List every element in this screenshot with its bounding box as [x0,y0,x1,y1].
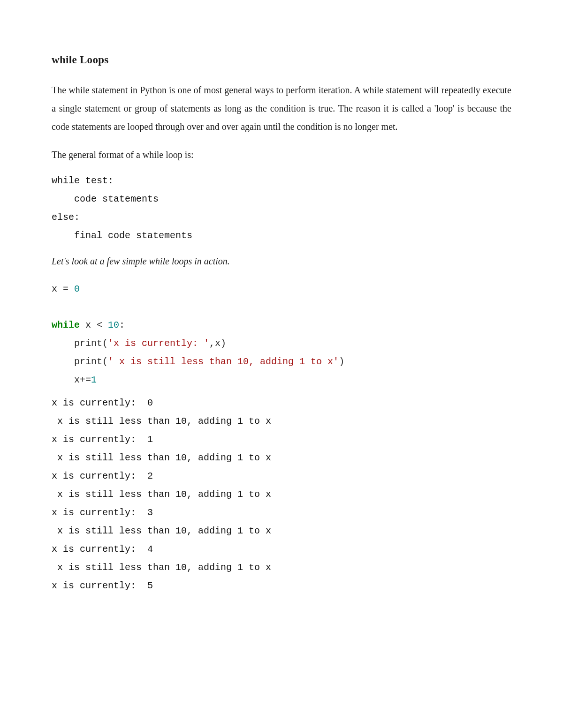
format-code-block: while test: code statements else: final … [52,172,511,245]
number-literal: 0 [74,284,80,294]
operator-plus-equals: += [80,375,91,385]
code-text [102,320,108,330]
operator-lt: < [97,320,102,330]
code-while-loop: while x < 10: print('x is currently: ',x… [52,316,511,389]
colon: : [119,320,125,330]
code-text: x [52,284,63,294]
format-intro: The general format of a while loop is: [52,147,511,162]
keyword-while: while [52,320,80,330]
number-literal: 1 [91,375,97,385]
code-text [68,284,74,294]
code-text: ,x) [209,338,226,349]
operator-equals: = [63,284,68,294]
string-literal: ' x is still less than 10, adding 1 to x… [108,356,339,367]
intro-paragraph: The while statement in Python is one of … [52,81,511,136]
code-text: print( [52,356,108,367]
code-text: x [52,375,80,385]
code-assignment: x = 0 [52,280,511,298]
example-intro: Let's look at a few simple while loops i… [52,256,511,267]
code-text: print( [52,338,108,349]
document-page: while Loops The while statement in Pytho… [0,0,563,728]
code-text: x [80,320,97,330]
code-output: x is currently: 0 x is still less than 1… [52,394,511,595]
spacer [52,303,511,316]
string-literal: 'x is currently: ' [108,338,209,349]
code-text: ) [339,356,344,367]
number-literal: 10 [108,320,119,330]
section-heading: while Loops [52,54,511,66]
